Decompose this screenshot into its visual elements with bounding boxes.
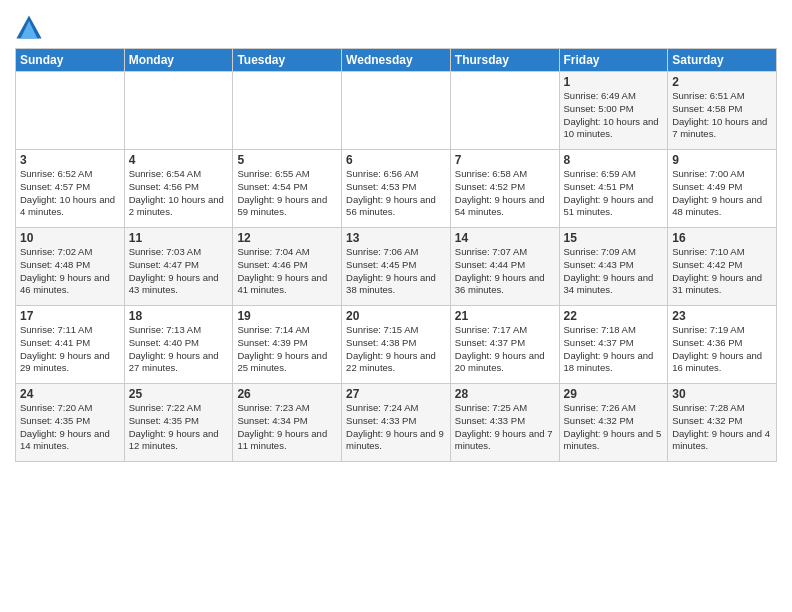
day-number: 7 <box>455 153 555 167</box>
day-number: 13 <box>346 231 446 245</box>
logo-icon <box>15 14 43 42</box>
day-info: Sunset: 4:57 PM <box>20 181 120 194</box>
day-info: Sunrise: 7:04 AM <box>237 246 337 259</box>
day-info: Sunrise: 7:09 AM <box>564 246 664 259</box>
day-info: Daylight: 9 hours and 7 minutes. <box>455 428 555 454</box>
calendar-cell: 24Sunrise: 7:20 AMSunset: 4:35 PMDayligh… <box>16 384 125 462</box>
day-info: Daylight: 9 hours and 51 minutes. <box>564 194 664 220</box>
day-info: Sunrise: 7:26 AM <box>564 402 664 415</box>
day-info: Sunset: 4:53 PM <box>346 181 446 194</box>
day-info: Daylight: 9 hours and 46 minutes. <box>20 272 120 298</box>
day-number: 21 <box>455 309 555 323</box>
day-number: 30 <box>672 387 772 401</box>
day-number: 26 <box>237 387 337 401</box>
calendar-cell <box>342 72 451 150</box>
calendar-cell: 4Sunrise: 6:54 AMSunset: 4:56 PMDaylight… <box>124 150 233 228</box>
calendar-cell: 3Sunrise: 6:52 AMSunset: 4:57 PMDaylight… <box>16 150 125 228</box>
day-info: Sunset: 4:41 PM <box>20 337 120 350</box>
calendar-cell: 9Sunrise: 7:00 AMSunset: 4:49 PMDaylight… <box>668 150 777 228</box>
calendar-cell: 23Sunrise: 7:19 AMSunset: 4:36 PMDayligh… <box>668 306 777 384</box>
logo <box>15 14 46 42</box>
day-info: Sunrise: 7:22 AM <box>129 402 229 415</box>
day-number: 22 <box>564 309 664 323</box>
day-info: Daylight: 9 hours and 27 minutes. <box>129 350 229 376</box>
day-number: 11 <box>129 231 229 245</box>
day-info: Daylight: 9 hours and 56 minutes. <box>346 194 446 220</box>
col-header-thursday: Thursday <box>450 49 559 72</box>
day-number: 10 <box>20 231 120 245</box>
day-info: Sunrise: 6:56 AM <box>346 168 446 181</box>
day-number: 19 <box>237 309 337 323</box>
day-info: Sunset: 4:58 PM <box>672 103 772 116</box>
calendar-cell: 7Sunrise: 6:58 AMSunset: 4:52 PMDaylight… <box>450 150 559 228</box>
day-info: Sunrise: 7:06 AM <box>346 246 446 259</box>
day-info: Sunrise: 7:28 AM <box>672 402 772 415</box>
day-info: Daylight: 10 hours and 2 minutes. <box>129 194 229 220</box>
day-number: 25 <box>129 387 229 401</box>
day-info: Sunrise: 7:11 AM <box>20 324 120 337</box>
day-info: Sunrise: 7:00 AM <box>672 168 772 181</box>
day-info: Sunset: 4:47 PM <box>129 259 229 272</box>
day-info: Sunrise: 6:54 AM <box>129 168 229 181</box>
day-number: 14 <box>455 231 555 245</box>
day-info: Sunrise: 7:15 AM <box>346 324 446 337</box>
calendar-cell: 14Sunrise: 7:07 AMSunset: 4:44 PMDayligh… <box>450 228 559 306</box>
day-info: Daylight: 9 hours and 22 minutes. <box>346 350 446 376</box>
day-info: Sunset: 4:35 PM <box>20 415 120 428</box>
day-info: Sunset: 4:56 PM <box>129 181 229 194</box>
col-header-friday: Friday <box>559 49 668 72</box>
day-number: 17 <box>20 309 120 323</box>
day-info: Sunset: 4:35 PM <box>129 415 229 428</box>
calendar-cell <box>16 72 125 150</box>
calendar-cell: 11Sunrise: 7:03 AMSunset: 4:47 PMDayligh… <box>124 228 233 306</box>
day-info: Daylight: 9 hours and 34 minutes. <box>564 272 664 298</box>
day-number: 5 <box>237 153 337 167</box>
day-info: Sunrise: 7:18 AM <box>564 324 664 337</box>
calendar-cell: 21Sunrise: 7:17 AMSunset: 4:37 PMDayligh… <box>450 306 559 384</box>
day-info: Sunrise: 7:19 AM <box>672 324 772 337</box>
day-info: Sunset: 4:46 PM <box>237 259 337 272</box>
day-info: Sunrise: 6:55 AM <box>237 168 337 181</box>
day-number: 15 <box>564 231 664 245</box>
day-info: Daylight: 9 hours and 18 minutes. <box>564 350 664 376</box>
day-info: Sunrise: 6:59 AM <box>564 168 664 181</box>
day-info: Daylight: 9 hours and 16 minutes. <box>672 350 772 376</box>
day-info: Sunset: 4:37 PM <box>564 337 664 350</box>
day-number: 29 <box>564 387 664 401</box>
day-number: 18 <box>129 309 229 323</box>
calendar-cell: 12Sunrise: 7:04 AMSunset: 4:46 PMDayligh… <box>233 228 342 306</box>
day-info: Daylight: 9 hours and 9 minutes. <box>346 428 446 454</box>
day-info: Daylight: 9 hours and 48 minutes. <box>672 194 772 220</box>
day-info: Daylight: 9 hours and 5 minutes. <box>564 428 664 454</box>
day-info: Sunset: 4:33 PM <box>455 415 555 428</box>
day-info: Sunset: 4:37 PM <box>455 337 555 350</box>
day-info: Daylight: 9 hours and 4 minutes. <box>672 428 772 454</box>
day-info: Daylight: 9 hours and 36 minutes. <box>455 272 555 298</box>
day-info: Sunrise: 7:13 AM <box>129 324 229 337</box>
calendar-cell: 28Sunrise: 7:25 AMSunset: 4:33 PMDayligh… <box>450 384 559 462</box>
calendar-cell: 5Sunrise: 6:55 AMSunset: 4:54 PMDaylight… <box>233 150 342 228</box>
calendar-cell: 18Sunrise: 7:13 AMSunset: 4:40 PMDayligh… <box>124 306 233 384</box>
day-info: Daylight: 9 hours and 20 minutes. <box>455 350 555 376</box>
col-header-monday: Monday <box>124 49 233 72</box>
day-number: 3 <box>20 153 120 167</box>
day-info: Daylight: 9 hours and 12 minutes. <box>129 428 229 454</box>
calendar-cell: 10Sunrise: 7:02 AMSunset: 4:48 PMDayligh… <box>16 228 125 306</box>
day-info: Sunrise: 7:07 AM <box>455 246 555 259</box>
day-info: Sunrise: 6:58 AM <box>455 168 555 181</box>
day-info: Sunset: 4:48 PM <box>20 259 120 272</box>
day-info: Daylight: 10 hours and 4 minutes. <box>20 194 120 220</box>
col-header-tuesday: Tuesday <box>233 49 342 72</box>
day-info: Sunset: 4:42 PM <box>672 259 772 272</box>
col-header-saturday: Saturday <box>668 49 777 72</box>
day-info: Daylight: 9 hours and 14 minutes. <box>20 428 120 454</box>
day-info: Daylight: 9 hours and 54 minutes. <box>455 194 555 220</box>
day-number: 12 <box>237 231 337 245</box>
calendar-cell: 8Sunrise: 6:59 AMSunset: 4:51 PMDaylight… <box>559 150 668 228</box>
day-info: Sunrise: 6:51 AM <box>672 90 772 103</box>
day-info: Sunrise: 7:17 AM <box>455 324 555 337</box>
day-info: Sunset: 4:33 PM <box>346 415 446 428</box>
day-info: Sunset: 4:52 PM <box>455 181 555 194</box>
day-info: Sunset: 4:43 PM <box>564 259 664 272</box>
day-number: 24 <box>20 387 120 401</box>
